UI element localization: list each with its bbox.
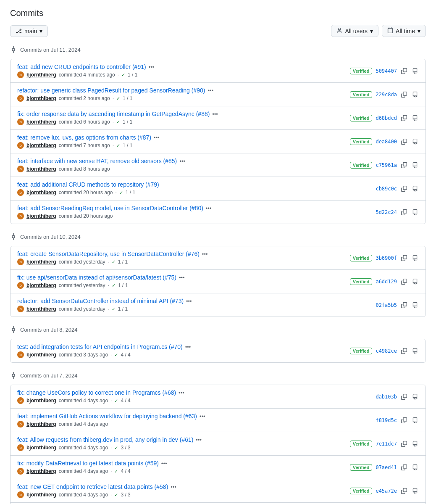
commit-title-link[interactable]: fix: modify DataRetrieval to get latest … [17, 460, 143, 467]
verified-badge[interactable]: Verified [350, 91, 373, 98]
commit-title-link[interactable]: feat: interface with new sense HAT, remo… [17, 158, 162, 164]
commit-author-link[interactable]: bjornthiberg [26, 282, 56, 288]
verified-badge[interactable]: Verified [350, 255, 373, 261]
commit-pr-link[interactable]: (#58) [155, 483, 168, 490]
copy-sha-button[interactable] [400, 138, 408, 145]
browse-repo-button[interactable] [411, 393, 419, 401]
browse-repo-button[interactable] [411, 464, 419, 471]
commit-author-link[interactable]: bjornthiberg [26, 213, 56, 219]
commit-pr-link[interactable]: (#70) [169, 343, 183, 350]
commit-dots-button[interactable]: ••• [195, 437, 202, 443]
commit-hash-link[interactable]: f819d5c [376, 417, 397, 423]
commit-author-link[interactable]: bjornthiberg [26, 259, 56, 265]
commit-title-link[interactable]: feat: add new CRUD endpoints to controll… [17, 63, 131, 70]
commit-author-link[interactable]: bjornthiberg [26, 492, 56, 498]
commit-dots-button[interactable]: ••• [205, 205, 213, 211]
commit-dots-button[interactable]: ••• [199, 413, 206, 420]
commit-hash-link[interactable]: 5094407 [376, 68, 397, 74]
copy-sha-button[interactable] [400, 487, 408, 495]
commit-title-link[interactable]: feat: add SensorReadingReq model, use in… [17, 205, 188, 211]
commit-hash-link[interactable]: 07aed41 [376, 464, 397, 470]
browse-repo-button[interactable] [411, 440, 419, 448]
copy-sha-button[interactable] [400, 301, 408, 309]
copy-sha-button[interactable] [400, 254, 408, 262]
commit-dots-button[interactable]: ••• [148, 64, 155, 70]
commit-author-link[interactable]: bjornthiberg [26, 445, 56, 451]
browse-repo-button[interactable] [411, 417, 419, 424]
commit-title-link[interactable]: fix: order response data by ascending ti… [17, 111, 194, 117]
commit-hash-link[interactable]: dab103b [376, 394, 397, 400]
commit-title-link[interactable]: feat: implement GitHub Actions workflow … [17, 413, 181, 420]
copy-sha-button[interactable] [400, 440, 408, 448]
copy-sha-button[interactable] [400, 185, 408, 193]
commit-dots-button[interactable]: ••• [185, 298, 193, 304]
copy-sha-button[interactable] [400, 347, 408, 355]
commit-author-link[interactable]: bjornthiberg [26, 352, 56, 358]
commit-dots-button[interactable]: ••• [178, 390, 185, 396]
commit-dots-button[interactable]: ••• [153, 135, 160, 141]
commit-author-link[interactable]: bjornthiberg [26, 421, 56, 427]
commit-pr-link[interactable]: (#68) [162, 389, 176, 396]
commit-hash-link[interactable]: 02fa5b5 [376, 302, 397, 308]
commit-dots-button[interactable]: ••• [207, 87, 214, 94]
commit-author-link[interactable]: bjornthiberg [26, 72, 56, 78]
copy-sha-button[interactable] [400, 161, 408, 169]
copy-sha-button[interactable] [400, 208, 408, 216]
commit-hash-link[interactable]: e45a72e [376, 488, 397, 494]
browse-repo-button[interactable] [411, 301, 419, 309]
commit-title-link[interactable]: refactor: add SensorDataController inste… [17, 298, 168, 304]
commit-pr-link[interactable]: (#76) [186, 251, 200, 257]
commit-dots-button[interactable]: ••• [211, 111, 219, 117]
commit-pr-link[interactable]: (#85) [163, 158, 177, 164]
commit-author-link[interactable]: bjornthiberg [26, 119, 56, 125]
verified-badge[interactable]: Verified [350, 348, 373, 354]
commit-title-link[interactable]: fix: use api/sensorData instead of api/s… [17, 274, 161, 281]
commit-author-link[interactable]: bjornthiberg [26, 166, 56, 172]
commit-pr-link[interactable]: (#88) [196, 111, 210, 117]
commit-title-link[interactable]: feat: add additional CRUD methods to rep… [17, 181, 144, 188]
commit-hash-link[interactable]: c4982ce [376, 348, 397, 354]
commit-pr-link[interactable]: (#59) [145, 460, 159, 467]
verified-badge[interactable]: Verified [350, 115, 373, 121]
verified-badge[interactable]: Verified [350, 68, 373, 74]
commit-hash-link[interactable]: 7e11dc7 [376, 441, 397, 447]
commit-author-link[interactable]: bjornthiberg [26, 398, 56, 404]
branch-selector[interactable]: ⎇ main ▾ [10, 25, 48, 37]
verified-badge[interactable]: Verified [350, 138, 373, 145]
commit-author-link[interactable]: bjornthiberg [26, 190, 56, 195]
all-users-filter[interactable]: All users ▾ [331, 25, 378, 37]
browse-repo-button[interactable] [411, 67, 419, 75]
browse-repo-button[interactable] [411, 161, 419, 169]
commit-hash-link[interactable]: cb89c0c [376, 186, 397, 192]
copy-sha-button[interactable] [400, 417, 408, 424]
commit-pr-link[interactable]: (#80) [189, 205, 203, 211]
browse-repo-button[interactable] [411, 114, 419, 122]
commit-dots-button[interactable]: ••• [178, 274, 186, 281]
commit-dots-button[interactable]: ••• [170, 484, 177, 490]
browse-repo-button[interactable] [411, 347, 419, 355]
commit-title-link[interactable]: feat: create SensorDataRepository, use i… [17, 251, 184, 257]
commit-hash-link[interactable]: 229c8da [376, 92, 397, 98]
commit-pr-link[interactable]: (#73) [170, 298, 184, 304]
commit-title-link[interactable]: refactor: use generic class PagedResult … [17, 87, 190, 94]
copy-sha-button[interactable] [400, 114, 408, 122]
browse-repo-button[interactable] [411, 185, 419, 193]
commit-author-link[interactable]: bjornthiberg [26, 142, 56, 148]
browse-repo-button[interactable] [411, 208, 419, 216]
copy-sha-button[interactable] [400, 67, 408, 75]
commit-hash-link[interactable]: a6dd129 [376, 279, 397, 285]
commit-dots-button[interactable]: ••• [160, 460, 168, 467]
commit-author-link[interactable]: bjornthiberg [26, 95, 56, 101]
all-time-filter[interactable]: All time ▾ [382, 25, 426, 37]
commit-hash-link[interactable]: d68bdcd [376, 115, 397, 121]
browse-repo-button[interactable] [411, 278, 419, 285]
commit-hash-link[interactable]: dea8400 [376, 139, 397, 145]
browse-repo-button[interactable] [411, 138, 419, 145]
commit-pr-link[interactable]: (#75) [163, 274, 176, 281]
commit-pr-link[interactable]: (#61) [180, 436, 194, 443]
commit-title-link[interactable]: feat: new GET endpoint to retrieve lates… [17, 483, 153, 490]
commit-title-link[interactable]: feat: Allow requests from thiberg.dev in… [17, 436, 178, 443]
verified-badge[interactable]: Verified [350, 488, 373, 494]
commit-hash-link[interactable]: c75961a [376, 162, 397, 168]
commit-author-link[interactable]: bjornthiberg [26, 468, 56, 474]
